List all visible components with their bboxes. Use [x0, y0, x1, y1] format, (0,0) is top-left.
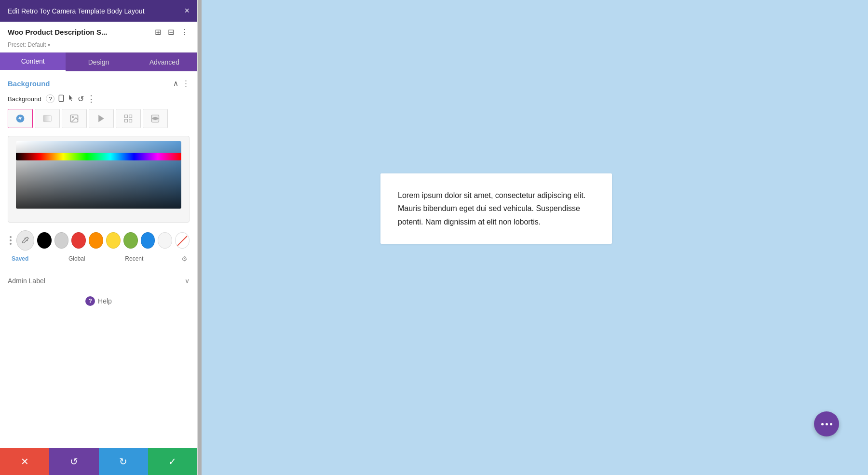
module-icon-group: ⊞ ⊟ ⋮	[154, 26, 190, 38]
cancel-button[interactable]: ✕	[0, 448, 49, 475]
swatch-more-dots[interactable]	[8, 234, 14, 247]
background-help-icon[interactable]: ?	[46, 94, 54, 103]
color-swatches-row	[8, 230, 190, 251]
color-tabs-row: Saved Global Recent ⚙	[8, 254, 190, 263]
bottom-action-bar: ✕ ↺ ↻ ✓	[0, 448, 197, 475]
background-section-header: Background ∧ ⋮	[8, 79, 190, 88]
admin-label-caret-icon: ∨	[185, 277, 190, 285]
bg-type-color-button[interactable]	[8, 109, 33, 128]
more-icon[interactable]: ⋮	[180, 26, 190, 38]
background-device-icon[interactable]	[57, 94, 65, 104]
preset-row[interactable]: Preset: Default ▾	[8, 41, 190, 48]
panel-body: Background ∧ ⋮ Background ? ↺ ⋮	[0, 71, 197, 475]
dialog-title: Edit Retro Toy Camera Template Body Layo…	[8, 7, 145, 15]
svg-rect-7	[129, 115, 132, 118]
columns-icon[interactable]: ⊟	[167, 26, 175, 38]
swatch-white[interactable]	[158, 232, 172, 249]
fab-dot-3	[830, 423, 832, 425]
fab-button[interactable]	[814, 411, 839, 436]
lorem-ipsum-text: Lorem ipsum dolor sit amet, consectetur …	[398, 189, 595, 228]
color-swatches-section: Saved Global Recent ⚙	[8, 230, 190, 263]
collapse-section-icon[interactable]: ∧	[173, 79, 178, 88]
bg-type-pattern-button[interactable]	[116, 109, 141, 128]
swatch-blue[interactable]	[141, 232, 155, 249]
left-panel: Edit Retro Toy Camera Template Body Layo…	[0, 0, 198, 475]
close-button[interactable]: ×	[184, 6, 190, 16]
background-undo-icon[interactable]: ↺	[78, 94, 84, 104]
svg-marker-5	[98, 115, 104, 122]
tabs-bar: Content Design Advanced	[0, 53, 197, 71]
panel-divider	[198, 0, 202, 475]
color-tab-recent[interactable]: Recent	[123, 254, 145, 263]
eyedropper-button[interactable]	[16, 230, 34, 251]
admin-label-header[interactable]: Admin Label ∨	[8, 277, 190, 285]
swatch-yellow[interactable]	[106, 232, 121, 249]
svg-rect-2	[43, 115, 52, 121]
module-header: Woo Product Description S... ⊞ ⊟ ⋮ Prese…	[0, 22, 197, 53]
undo-button[interactable]: ↺	[49, 448, 98, 475]
tab-design[interactable]: Design	[66, 53, 131, 71]
redo-button[interactable]: ↻	[99, 448, 148, 475]
admin-label-title: Admin Label	[8, 277, 45, 285]
background-label: Background	[8, 95, 41, 103]
tab-content[interactable]: Content	[0, 53, 66, 71]
section-header-icons: ∧ ⋮	[173, 79, 190, 88]
bg-type-image-button[interactable]	[62, 109, 87, 128]
tab-advanced[interactable]: Advanced	[132, 53, 197, 71]
module-title: Woo Product Description S...	[8, 28, 107, 36]
color-picker-area[interactable]	[8, 136, 190, 223]
preset-caret-icon: ▾	[48, 42, 50, 48]
fab-dot-2	[826, 423, 828, 425]
swatch-red[interactable]	[71, 232, 86, 249]
fab-dot-1	[821, 423, 824, 425]
section-more-icon[interactable]: ⋮	[182, 79, 190, 88]
background-controls-row: Background ? ↺ ⋮	[8, 93, 190, 104]
bg-type-gradient-button[interactable]	[35, 109, 60, 128]
title-bar: Edit Retro Toy Camera Template Body Layo…	[0, 0, 197, 22]
save-button[interactable]: ✓	[148, 448, 197, 475]
swatch-lightgray[interactable]	[54, 232, 69, 249]
swatch-orange[interactable]	[89, 232, 103, 249]
svg-point-4	[72, 117, 74, 118]
help-icon: ?	[85, 296, 95, 306]
background-cursor-icon[interactable]	[68, 95, 75, 103]
main-content-area: Lorem ipsum dolor sit amet, consectetur …	[202, 0, 868, 475]
admin-label-section: Admin Label ∨	[8, 271, 190, 285]
svg-rect-0	[59, 95, 64, 101]
svg-rect-9	[129, 119, 132, 122]
help-section[interactable]: ? Help	[8, 289, 190, 314]
background-section-title: Background	[8, 79, 50, 88]
swatch-remove[interactable]	[175, 232, 190, 249]
swatch-green[interactable]	[123, 232, 138, 249]
content-card: Lorem ipsum dolor sit amet, consectetur …	[380, 173, 612, 244]
color-settings-gear-icon[interactable]: ⚙	[181, 255, 188, 263]
bg-type-video-button[interactable]	[89, 109, 114, 128]
preset-label: Preset: Default	[8, 41, 46, 48]
bg-type-mask-button[interactable]	[143, 109, 168, 128]
module-title-row: Woo Product Description S... ⊞ ⊟ ⋮	[8, 26, 190, 38]
color-tab-saved[interactable]: Saved	[10, 254, 30, 263]
svg-rect-8	[125, 119, 128, 122]
background-control-icons: ? ↺ ⋮	[46, 93, 95, 104]
help-label: Help	[98, 297, 112, 305]
color-tab-global[interactable]: Global	[67, 254, 87, 263]
background-more-controls-icon[interactable]: ⋮	[87, 93, 95, 104]
svg-rect-6	[125, 115, 128, 118]
background-type-selector	[8, 109, 190, 128]
swatch-black[interactable]	[37, 232, 52, 249]
expand-icon[interactable]: ⊞	[154, 26, 162, 38]
fab-dots	[821, 423, 832, 425]
